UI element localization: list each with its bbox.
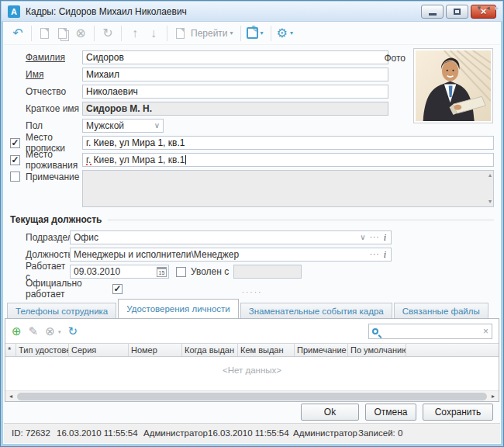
edit-pencil-icon: ✎ xyxy=(251,23,260,35)
toolbar-separator xyxy=(167,26,167,41)
resize-grip-icon[interactable] xyxy=(492,435,498,441)
column-header-note[interactable]: Примечание xyxy=(295,344,348,356)
toolbar-separator xyxy=(94,26,95,41)
works-from-row: Работает с 09.03.2010 15 Уволен с xyxy=(10,265,494,279)
modified-by: Администратор xyxy=(293,428,357,438)
move-up-icon[interactable]: ↑ xyxy=(126,27,144,40)
residence-row: ✓ Место проживания г. Киев, ул Мира 1, к… xyxy=(10,153,494,167)
tab-scroll-left-icon[interactable]: ◂ xyxy=(486,4,490,12)
back-icon[interactable]: ↶ xyxy=(9,27,27,40)
column-header-doc-type[interactable]: Тип удостоверения xyxy=(16,344,69,356)
gear-icon[interactable]: ⚙ xyxy=(277,27,288,40)
records-count: Записей: 0 xyxy=(358,428,402,438)
column-header-default[interactable]: По умолчанию xyxy=(348,344,406,356)
photo-image[interactable] xyxy=(413,48,493,123)
grid-header: * Тип удостоверения Серия Номер Когда вы… xyxy=(5,343,499,357)
cancel-icon[interactable]: ⊗ xyxy=(71,27,90,40)
column-header-series[interactable]: Серия xyxy=(69,344,129,356)
settings-dropdown-icon[interactable]: ▾ xyxy=(290,29,293,36)
save-button[interactable]: Сохранить xyxy=(423,404,493,421)
delete-dropdown-icon: ▾ xyxy=(58,329,61,334)
works-from-date[interactable]: 09.03.2010 15 xyxy=(70,265,169,279)
calendar-icon[interactable]: 15 xyxy=(157,267,167,277)
horizontal-scrollbar[interactable]: ◂ ▸ xyxy=(5,390,499,401)
search-icon xyxy=(372,328,378,334)
lastname-label[interactable]: Фамилия xyxy=(26,52,82,63)
copy-document-icon[interactable] xyxy=(58,28,67,39)
grid-search: × xyxy=(368,324,492,339)
splitter-handle[interactable]: ····· xyxy=(1,289,503,296)
chevron-down-icon[interactable]: ∨ xyxy=(360,234,365,241)
created-timestamp: 16.03.2010 11:55:54 xyxy=(57,428,138,438)
clear-search-icon[interactable]: × xyxy=(483,327,488,336)
info-button[interactable]: i xyxy=(384,233,388,242)
minimize-button[interactable] xyxy=(421,5,444,19)
scroll-down-icon[interactable]: ▾ xyxy=(488,199,492,205)
job-label: Должность xyxy=(26,249,70,260)
tab-strip: Телефоны сотрудника Удостоверения личнос… xyxy=(4,299,500,318)
job-combo[interactable]: Менеджеры и исполнители\Менеджер ··· i xyxy=(70,248,392,262)
tab-related-files[interactable]: Связанные файлы xyxy=(394,303,488,318)
add-icon[interactable]: ⊕ xyxy=(12,325,22,337)
tab-identity-documents[interactable]: Удостоверения личности xyxy=(118,299,238,318)
tab-phones[interactable]: Телефоны сотрудника xyxy=(7,303,116,318)
ellipsis-button[interactable]: ··· xyxy=(370,234,380,241)
move-down-icon[interactable]: ↓ xyxy=(144,27,163,40)
column-header-filler xyxy=(406,344,499,356)
cancel-button[interactable]: Отмена xyxy=(365,404,416,421)
column-header-issued-by[interactable]: Кем выдан xyxy=(238,344,295,356)
app-window: A Кадры: Сидоров Михаил Николаевич × ↶ ⊗… xyxy=(0,0,504,447)
dismissed-checkbox[interactable] xyxy=(176,267,186,277)
official-label: Официально работает xyxy=(26,278,112,300)
status-bar: ID: 72632 16.03.2010 11:55:54 Администра… xyxy=(4,423,500,443)
residence-input[interactable]: г. Киев, ул Мира 1, кв.1 xyxy=(82,153,494,167)
toolbar-separator xyxy=(31,26,32,41)
main-toolbar: ↶ ⊗ ↻ ↑ ↓ Перейти ▾ ✎ ▾ ⚙ ▾ xyxy=(4,22,500,45)
edit-pencil-icon[interactable]: ✎ xyxy=(29,325,39,337)
info-button[interactable]: i xyxy=(384,250,388,259)
note-row: Примечание ▴ ▾ xyxy=(10,170,494,207)
delete-icon[interactable]: ⊗ ▾ xyxy=(45,325,60,337)
section-title: Текущая должность xyxy=(10,214,102,225)
middlename-input[interactable] xyxy=(82,85,388,99)
department-combo[interactable]: Офис ∨ ··· i xyxy=(70,230,392,244)
tab-list-icon[interactable]: ▾ xyxy=(477,4,481,12)
ok-button[interactable]: Ok xyxy=(301,404,359,421)
residence-checkbox[interactable]: ✓ xyxy=(10,155,20,165)
registration-checkbox[interactable]: ✓ xyxy=(10,138,20,148)
new-document-icon[interactable] xyxy=(40,28,49,39)
goto-page-icon[interactable] xyxy=(176,28,185,39)
column-header-issued-when[interactable]: Когда выдан xyxy=(182,344,238,356)
ellipsis-button[interactable]: ··· xyxy=(370,251,380,258)
gender-select[interactable]: Мужской ∨ xyxy=(82,119,164,133)
tab-notable-events[interactable]: Знаменательные события кадра xyxy=(240,303,392,318)
photo-label: Фото xyxy=(384,53,406,64)
toolbar-separator xyxy=(240,26,241,41)
scroll-right-icon[interactable]: ▸ xyxy=(488,393,499,400)
goto-button-label[interactable]: Перейти xyxy=(191,28,228,39)
edit-dropdown-icon[interactable]: ▾ xyxy=(261,29,264,36)
shortname-label: Краткое имя xyxy=(26,103,82,114)
scroll-up-icon[interactable]: ▴ xyxy=(488,172,492,178)
registration-input[interactable] xyxy=(82,136,494,150)
scrollbar-thumb[interactable] xyxy=(17,393,487,400)
refresh-icon[interactable]: ↻ xyxy=(67,325,78,337)
restore-button[interactable] xyxy=(446,5,468,19)
tab-scroll-right-icon[interactable]: ▸ xyxy=(495,4,499,12)
column-header-number[interactable]: Номер xyxy=(129,344,182,356)
job-row: Должность Менеджеры и исполнители\Менедж… xyxy=(10,248,494,262)
firstname-input[interactable] xyxy=(82,68,388,81)
firstname-label[interactable]: Имя xyxy=(26,69,82,80)
note-label: Примечание xyxy=(26,172,82,182)
note-checkbox[interactable] xyxy=(10,172,20,182)
goto-dropdown-icon[interactable]: ▾ xyxy=(230,29,233,36)
scroll-left-icon[interactable]: ◂ xyxy=(5,393,16,400)
residence-label: Место проживания xyxy=(26,149,82,171)
refresh-icon[interactable]: ↻ xyxy=(98,27,117,40)
identity-documents-panel: ⊕ ✎ ⊗ ▾ ↻ × * Тип удостоверения Серия Но… xyxy=(5,318,499,402)
edit-icon[interactable]: ✎ xyxy=(247,27,258,39)
lastname-input[interactable] xyxy=(82,50,388,64)
modified-timestamp: 16.03.2010 11:55:54 xyxy=(208,428,289,438)
column-header-marker[interactable]: * xyxy=(5,344,16,356)
search-input[interactable] xyxy=(381,325,480,338)
